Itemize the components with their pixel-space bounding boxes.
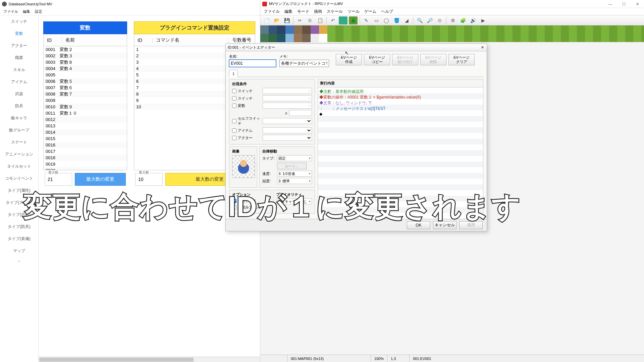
- switch2-field[interactable]: [263, 95, 312, 101]
- pencil-icon[interactable]: ✎: [362, 16, 371, 24]
- command-line[interactable]: ◆注釈：基本動作確認用: [319, 89, 482, 95]
- list-item[interactable]: 0005: [44, 72, 127, 78]
- event-mode-icon[interactable]: 🌲: [349, 16, 358, 24]
- sidebar-item[interactable]: アクター: [0, 40, 38, 52]
- evpage-button[interactable]: EVページコピー: [364, 54, 390, 65]
- list-item[interactable]: 0007変数６: [44, 84, 127, 91]
- sidebar-item[interactable]: タイルセット: [0, 160, 38, 172]
- menu-edit[interactable]: 編集: [23, 9, 30, 14]
- list-item[interactable]: 0018: [44, 155, 127, 161]
- sidebar-item[interactable]: 武器: [0, 88, 38, 100]
- item-check[interactable]: [232, 128, 236, 133]
- command-line[interactable]: ◆変数の操作：#0001 変数２ = $gameVariables.value(…: [319, 95, 482, 100]
- list-item[interactable]: 0001変数２: [44, 46, 127, 53]
- chevron-down-icon[interactable]: ⌄: [0, 257, 38, 264]
- paste-icon[interactable]: 📋: [316, 16, 324, 24]
- maximize-button[interactable]: ☐: [617, 0, 631, 8]
- list-item[interactable]: 0003変数８: [44, 59, 127, 65]
- close-icon[interactable]: ✕: [479, 45, 485, 50]
- list-item[interactable]: 0009: [44, 97, 127, 104]
- sound-icon[interactable]: 🔊: [469, 16, 477, 24]
- menu-item[interactable]: ツール: [347, 9, 360, 14]
- plugin-icon[interactable]: 🧩: [459, 16, 467, 24]
- switch2-check[interactable]: [232, 96, 236, 101]
- sidebar-item[interactable]: 敵キャラ: [0, 112, 38, 124]
- sidebar-item[interactable]: コモンイベント: [0, 172, 38, 184]
- tileset-palette[interactable]: [260, 25, 644, 42]
- tab-1[interactable]: 1: [229, 70, 238, 77]
- copy-icon[interactable]: ⎘: [306, 16, 314, 24]
- list-item[interactable]: 0008変数７: [44, 91, 127, 97]
- fill-icon[interactable]: 🪣: [392, 16, 401, 24]
- list-item[interactable]: 0014: [44, 129, 127, 135]
- open-icon[interactable]: 📂: [272, 16, 281, 24]
- freq-select[interactable]: 3: 標準: [277, 178, 312, 184]
- menu-item[interactable]: ゲーム: [364, 9, 376, 14]
- variables-list[interactable]: 0001変数２0002変数３0003変数８0004変数４00050006変数５0…: [43, 46, 127, 170]
- list-item[interactable]: 0011変数１０: [44, 110, 127, 116]
- sidebar-item[interactable]: アイテム: [0, 76, 38, 88]
- item-select[interactable]: [263, 127, 312, 133]
- selfswitch-check[interactable]: [232, 119, 236, 123]
- zoom-in-icon[interactable]: 🔍: [415, 16, 424, 24]
- list-item[interactable]: 0012: [44, 116, 127, 123]
- menu-item[interactable]: スケール: [327, 9, 343, 14]
- character-image[interactable]: [232, 155, 255, 178]
- evpage-button[interactable]: EVページクリア: [448, 54, 475, 65]
- list-item[interactable]: 0015: [44, 135, 127, 142]
- list-item[interactable]: 0006変数５: [44, 78, 127, 84]
- sidebar-item[interactable]: 敵グループ: [0, 124, 38, 136]
- speed-select[interactable]: 3: 1/2倍速: [277, 171, 312, 177]
- command-line[interactable]: ： ：メッセージテスト\v[3]TEST: [319, 106, 482, 112]
- close-button[interactable]: ✕: [631, 0, 644, 8]
- map-mode-icon[interactable]: [339, 16, 347, 24]
- sidebar-item[interactable]: スキル: [0, 64, 38, 76]
- list-item[interactable]: 0019: [44, 161, 127, 167]
- cut-icon[interactable]: ✂: [296, 16, 304, 24]
- shadow-icon[interactable]: ◢: [402, 16, 411, 24]
- actor-check[interactable]: [232, 136, 236, 140]
- zoom-actual-icon[interactable]: ⊙: [435, 16, 444, 24]
- list-item[interactable]: 0004変数４: [44, 65, 127, 72]
- zoom-out-icon[interactable]: 🔎: [425, 16, 434, 24]
- rect-icon[interactable]: ▭: [372, 16, 381, 24]
- type-select[interactable]: 固定: [277, 155, 312, 161]
- menu-item[interactable]: 描画: [314, 9, 322, 14]
- sidebar-item[interactable]: 防具: [0, 100, 38, 112]
- switch1-field[interactable]: [263, 88, 312, 94]
- menu-item[interactable]: 編集: [284, 9, 292, 14]
- dialog-title-bar[interactable]: ID:001 - イベントエディター ✕: [226, 44, 487, 51]
- menu-item[interactable]: ファイル: [264, 9, 280, 14]
- evpage-button[interactable]: EVページ作成: [336, 54, 362, 65]
- menu-item[interactable]: モード: [297, 9, 309, 14]
- variable-check[interactable]: [232, 104, 236, 108]
- memo-input[interactable]: [279, 60, 329, 67]
- name-input[interactable]: [229, 60, 276, 67]
- sidebar-item[interactable]: 変数: [0, 27, 38, 40]
- database-icon[interactable]: ⚙: [448, 16, 457, 24]
- undo-icon[interactable]: ↶: [329, 16, 337, 24]
- command-line[interactable]: ◆文章：なし, ウィンドウ, 下: [319, 100, 482, 106]
- menu-file[interactable]: ファイル: [3, 9, 18, 14]
- command-line[interactable]: ◆: [319, 112, 482, 117]
- selfswitch-select[interactable]: [263, 118, 312, 124]
- list-item[interactable]: 0020: [44, 167, 127, 170]
- new-icon[interactable]: 📄: [262, 16, 271, 24]
- horizontal-scrollbar[interactable]: [39, 357, 260, 362]
- menu-item[interactable]: ヘルプ: [381, 9, 393, 14]
- sidebar-item[interactable]: タイプ(装備): [0, 233, 38, 245]
- play-icon[interactable]: ▶: [479, 16, 487, 24]
- actor-select[interactable]: [263, 135, 312, 141]
- change-max-button[interactable]: 最大数の変更: [75, 173, 126, 186]
- list-item[interactable]: 0010変数９: [44, 104, 127, 110]
- sidebar-item[interactable]: 職業: [0, 52, 38, 64]
- sidebar-item[interactable]: ステート: [0, 136, 38, 148]
- minimize-button[interactable]: —: [604, 0, 617, 8]
- menu-settings[interactable]: 設定: [35, 9, 42, 14]
- list-item[interactable]: 0002変数３: [44, 53, 127, 59]
- switch1-check[interactable]: [232, 89, 236, 93]
- list-item[interactable]: 0016: [44, 142, 127, 148]
- sidebar-item[interactable]: アニメーション: [0, 148, 38, 160]
- sidebar-item[interactable]: スイッチ: [0, 15, 38, 27]
- variable-field[interactable]: [263, 103, 312, 109]
